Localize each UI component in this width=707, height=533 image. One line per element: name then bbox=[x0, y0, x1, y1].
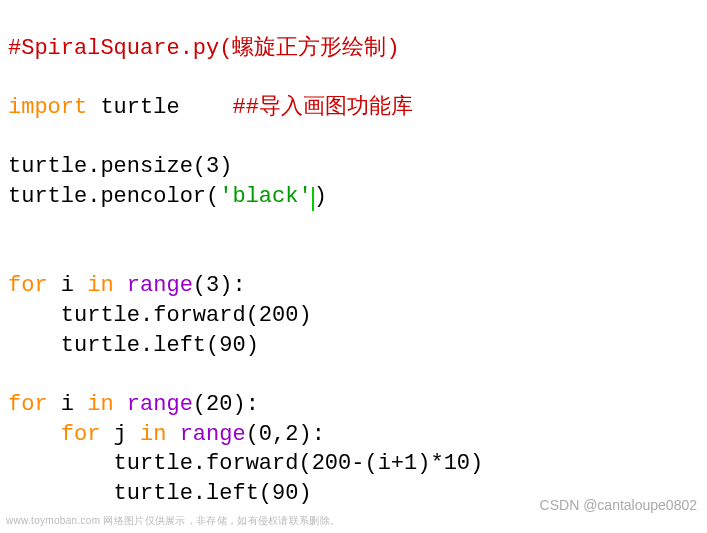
keyword-in: in bbox=[87, 273, 113, 298]
keyword-for: for bbox=[8, 273, 48, 298]
code-line: turtle.left(90) bbox=[8, 333, 259, 358]
keyword-for: for bbox=[8, 392, 48, 417]
string-literal: 'black' bbox=[219, 184, 311, 209]
comment-line: #SpiralSquare.py(螺旋正方形绘制) bbox=[8, 36, 400, 61]
builtin-range: range bbox=[180, 422, 246, 447]
keyword-in: in bbox=[140, 422, 166, 447]
keyword-in: in bbox=[87, 392, 113, 417]
keyword-import: import bbox=[8, 95, 87, 120]
space bbox=[114, 392, 127, 417]
keyword-for: for bbox=[8, 422, 100, 447]
code-line: turtle.forward(200) bbox=[8, 303, 312, 328]
code-editor: #SpiralSquare.py(螺旋正方形绘制) import turtle … bbox=[8, 4, 699, 509]
code-line: turtle.pencolor( bbox=[8, 184, 219, 209]
watermark-right: CSDN @cantaloupe0802 bbox=[540, 496, 697, 515]
builtin-range: range bbox=[127, 392, 193, 417]
range-args: (0,2): bbox=[246, 422, 325, 447]
inline-comment: ##导入画图功能库 bbox=[232, 95, 412, 120]
builtin-range: range bbox=[127, 273, 193, 298]
range-args: (3): bbox=[193, 273, 246, 298]
code-line: turtle.forward(200-(i+1)*10) bbox=[8, 451, 483, 476]
range-args: (20): bbox=[193, 392, 259, 417]
loop-var: j bbox=[100, 422, 140, 447]
loop-var: i bbox=[48, 273, 88, 298]
code-line: ) bbox=[314, 184, 327, 209]
code-line: turtle.left(90) bbox=[8, 481, 312, 506]
space bbox=[114, 273, 127, 298]
loop-var: i bbox=[48, 392, 88, 417]
space bbox=[166, 422, 179, 447]
watermark-left: www.toymoban.com 网络图片仅供展示，非存储，如有侵权请联系删除。 bbox=[6, 514, 340, 528]
module-name: turtle bbox=[87, 95, 232, 120]
code-line: turtle.pensize(3) bbox=[8, 154, 232, 179]
